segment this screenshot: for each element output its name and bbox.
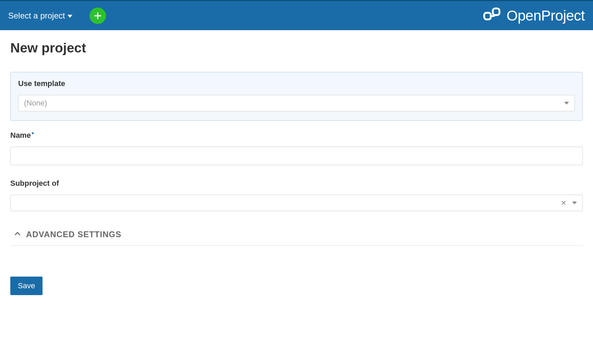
svg-rect-0 <box>484 13 491 19</box>
advanced-settings-toggle[interactable]: ADVANCED SETTINGS <box>10 225 583 246</box>
caret-down-icon <box>68 15 72 18</box>
template-label: Use template <box>18 79 575 88</box>
template-placeholder: (None) <box>24 99 47 108</box>
template-select[interactable]: (None) <box>18 95 575 111</box>
header-left: Select a project <box>8 8 106 24</box>
page-title: New project <box>10 40 583 56</box>
svg-rect-1 <box>493 8 499 15</box>
brand: OpenProject <box>482 5 585 26</box>
project-selector-label: Select a project <box>8 11 65 21</box>
brand-logo-icon <box>482 5 502 26</box>
top-header: Select a project OpenProject <box>0 0 593 30</box>
chevron-up-icon <box>14 230 21 239</box>
project-selector-dropdown[interactable]: Select a project <box>8 11 72 21</box>
select-icons: ✕ <box>561 199 577 207</box>
required-asterisk-icon: * <box>32 131 34 138</box>
save-button[interactable]: Save <box>10 277 43 295</box>
subproject-field-group: Subproject of ✕ <box>10 179 583 211</box>
close-icon[interactable]: ✕ <box>561 199 567 207</box>
plus-icon <box>93 11 102 20</box>
subproject-label: Subproject of <box>10 179 583 188</box>
add-button[interactable] <box>90 8 106 24</box>
advanced-settings-label: ADVANCED SETTINGS <box>26 230 121 239</box>
name-input[interactable] <box>10 147 583 165</box>
chevron-down-icon <box>564 102 569 105</box>
template-section: Use template (None) <box>10 72 583 121</box>
name-field-group: Name* <box>10 131 583 165</box>
select-icons <box>564 102 569 105</box>
subproject-select[interactable]: ✕ <box>10 195 583 211</box>
main-content: New project Use template (None) Name* Su… <box>0 30 593 309</box>
brand-name: OpenProject <box>507 8 585 24</box>
name-label: Name* <box>10 131 583 140</box>
chevron-down-icon <box>572 202 577 204</box>
name-label-text: Name <box>10 131 31 139</box>
